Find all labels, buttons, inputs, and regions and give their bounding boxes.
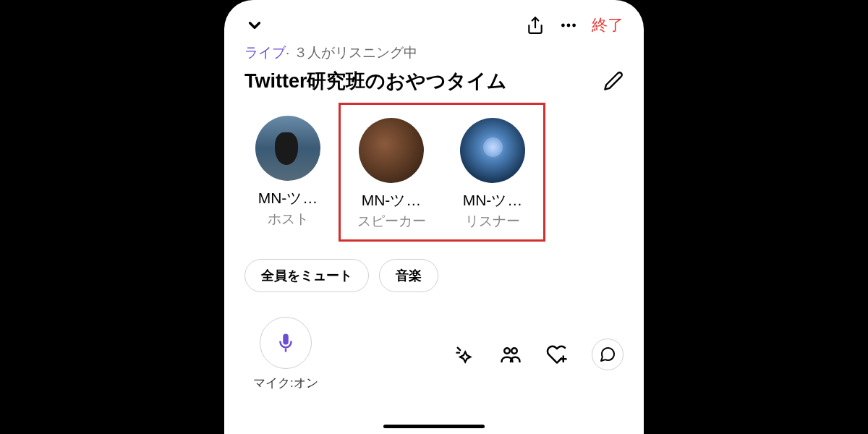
participant-name: MN-ツ…	[362, 190, 422, 210]
participant-name: MN-ツ…	[463, 190, 523, 210]
avatar	[255, 116, 320, 181]
twitter-space-panel: 終了 ライブ· ３人がリスニング中 Twitter研究班のおやつタイム MN-ツ…	[224, 0, 644, 434]
sparkle-icon	[454, 344, 475, 365]
avatar	[460, 118, 525, 183]
edit-title-button[interactable]	[603, 71, 624, 91]
participant-role: ホスト	[268, 210, 309, 229]
collapse-button[interactable]	[244, 15, 265, 35]
mic-toggle-button[interactable]	[260, 317, 312, 369]
listening-count: ３人がリスニング中	[294, 45, 417, 60]
people-button[interactable]	[499, 343, 522, 366]
space-title: Twitter研究班のおやつタイム	[244, 68, 508, 94]
svg-point-1	[561, 24, 565, 27]
svg-point-2	[567, 24, 571, 27]
header-bar: 終了	[224, 0, 644, 43]
chevron-down-icon	[245, 16, 264, 35]
bottom-toolbar: マイク:オン	[224, 304, 644, 399]
participants-list: MN-ツ… ホスト MN-ツ… スピーカー MN-ツ… リスナー	[224, 103, 644, 242]
more-options-button[interactable]	[558, 15, 579, 35]
share-button[interactable]	[525, 15, 545, 35]
participant-host[interactable]: MN-ツ… ホスト	[237, 103, 339, 242]
svg-point-7	[504, 348, 510, 354]
chat-bubble-icon	[599, 346, 616, 363]
avatar	[359, 118, 424, 183]
music-button[interactable]: 音楽	[379, 259, 438, 292]
participant-listener[interactable]: MN-ツ… リスナー	[442, 105, 543, 239]
pencil-icon	[603, 71, 624, 91]
svg-rect-4	[285, 349, 287, 352]
participant-name: MN-ツ…	[258, 188, 318, 208]
end-space-button[interactable]: 終了	[592, 14, 624, 36]
people-icon	[500, 344, 522, 365]
svg-line-5	[458, 347, 461, 350]
participant-role: スピーカー	[357, 212, 426, 231]
mic-status-label: マイク:オン	[253, 375, 318, 391]
status-line: ライブ· ３人がリスニング中	[224, 43, 644, 62]
action-buttons-row: 全員をミュート 音楽	[224, 242, 644, 304]
heart-plus-icon	[546, 344, 568, 365]
title-row: Twitter研究班のおやつタイム	[224, 62, 644, 103]
status-separator: ·	[286, 45, 289, 60]
dots-icon	[559, 16, 578, 35]
mic-section: マイク:オン	[253, 317, 318, 391]
participant-role: リスナー	[465, 212, 520, 231]
svg-point-8	[511, 348, 517, 354]
svg-point-3	[572, 24, 576, 27]
participant-speaker[interactable]: MN-ツ… スピーカー	[341, 105, 442, 239]
chat-button[interactable]	[592, 339, 624, 370]
live-label: ライブ	[244, 45, 286, 60]
microphone-icon	[275, 332, 297, 354]
effects-button[interactable]	[453, 343, 476, 366]
share-icon	[526, 16, 545, 35]
bottom-icons-group	[453, 339, 624, 370]
highlighted-participants: MN-ツ… スピーカー MN-ツ… リスナー	[339, 103, 545, 242]
home-indicator[interactable]	[383, 425, 485, 428]
mute-all-button[interactable]: 全員をミュート	[244, 259, 369, 292]
heart-add-button[interactable]	[545, 343, 569, 366]
